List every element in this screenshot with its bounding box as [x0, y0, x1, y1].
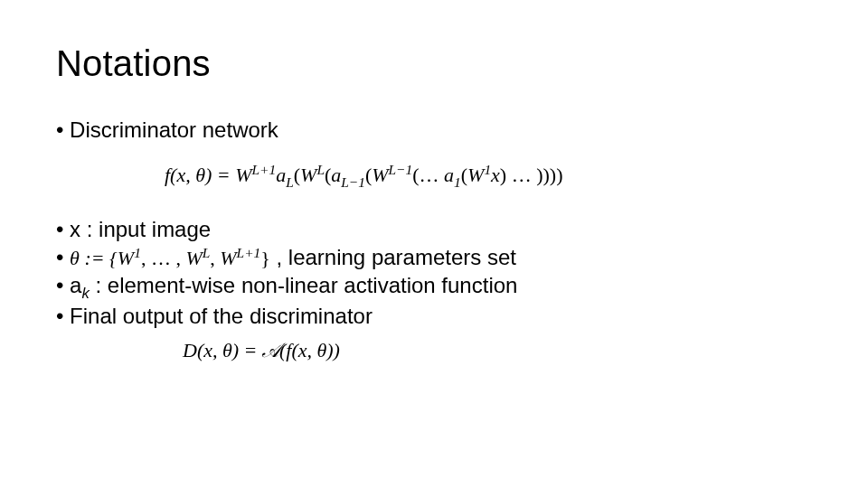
- formula-dots-1: …: [420, 164, 445, 186]
- theta-comma-2: ,: [210, 247, 220, 269]
- formula-dots-2: …: [506, 164, 536, 186]
- theta-sup-1: 1: [134, 245, 141, 260]
- bullet-dot-icon: •: [56, 245, 70, 269]
- formula-W-Lp1: W: [235, 164, 251, 186]
- formula-sub-L: L: [286, 174, 294, 189]
- formula-a1: a: [444, 164, 454, 186]
- theta-lhs: θ := {: [70, 247, 118, 269]
- theta-WL: W: [185, 247, 202, 269]
- paren-open-1: (: [294, 164, 300, 186]
- slide-title: Notations: [56, 43, 812, 84]
- formula-sup-1: 1: [484, 162, 491, 177]
- bullet-theta-params: • θ := {W1, … , WL, WL+1} , learning par…: [56, 244, 812, 272]
- ak-tail-text: : element-wise non-linear activation fun…: [90, 273, 518, 297]
- formula-aLm1: a: [331, 164, 341, 186]
- formula-final-output: D(x, θ) = 𝒜(f(x, θ)): [56, 331, 812, 367]
- formula-lhs: f(x, θ) =: [165, 164, 235, 186]
- paren-open-5: (: [461, 164, 467, 186]
- theta-set-formula: θ := {W1, … , WL, WL+1}: [70, 247, 270, 269]
- formula-discriminator-composition: f(x, θ) = WL+1aL(WL(aL−1(WL−1(… a1(W1x) …: [56, 145, 812, 216]
- formula-sub-Lm1: L−1: [341, 174, 365, 189]
- theta-WLp1: W: [220, 247, 236, 269]
- formula-aL: a: [276, 164, 286, 186]
- ak-sub-k: k: [81, 285, 89, 302]
- bullet-dot-icon: •: [56, 273, 70, 297]
- formula-sup-Lp1: L+1: [252, 162, 277, 177]
- formula-sub-1: 1: [454, 174, 461, 189]
- bullet-final-output: Final output of the discriminator: [56, 303, 812, 331]
- theta-sup-Lp1: L+1: [237, 245, 261, 260]
- theta-W1: W: [118, 247, 134, 269]
- formula-W-L: W: [300, 164, 316, 186]
- theta-comma-1: , … ,: [141, 247, 186, 269]
- theta-close-brace: }: [260, 247, 270, 269]
- theta-sup-L: L: [203, 245, 211, 260]
- paren-close-all: )))): [536, 164, 562, 186]
- formula-W-1: W: [467, 164, 484, 186]
- theta-tail-text: , learning parameters set: [270, 245, 516, 269]
- bullet-discriminator-network: Discriminator network: [56, 117, 812, 145]
- slide: Notations Discriminator network f(x, θ) …: [0, 0, 868, 488]
- formula-sup-Lm1: L−1: [389, 162, 413, 177]
- paren-open-4: (: [412, 164, 419, 186]
- ak-symbol: a: [70, 273, 81, 297]
- slide-body: Discriminator network f(x, θ) = WL+1aL(W…: [56, 117, 812, 367]
- formula-sup-L: L: [316, 162, 325, 177]
- bullet-x-input-image: x : input image: [56, 216, 812, 244]
- formula-x: x: [491, 164, 500, 186]
- formula-W-Lm1: W: [372, 164, 388, 186]
- bullet-ak-activation: • ak : element-wise non-linear activatio…: [56, 272, 812, 303]
